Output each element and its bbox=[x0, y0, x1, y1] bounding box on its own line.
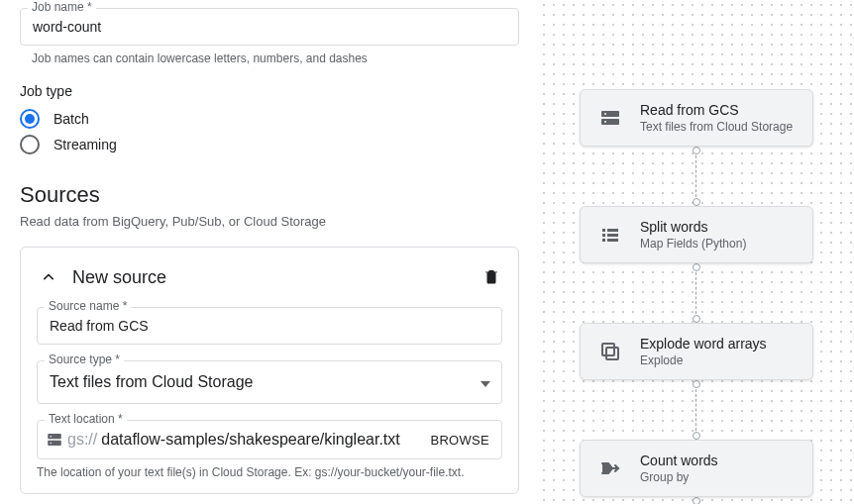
browse-button[interactable]: BROWSE bbox=[426, 429, 493, 452]
text-location-label: Text location * bbox=[45, 412, 127, 426]
list-icon bbox=[594, 219, 626, 251]
pipeline-container: Read from GCS Text files from Cloud Stor… bbox=[539, 10, 854, 504]
card-header: New source bbox=[37, 265, 502, 289]
radio-streaming-circle bbox=[20, 135, 40, 154]
svg-rect-8 bbox=[602, 229, 605, 232]
chevron-up-icon bbox=[39, 267, 58, 287]
gs-prefix: gs:// bbox=[67, 431, 97, 449]
job-type-label: Job type bbox=[20, 83, 519, 99]
merge-icon bbox=[594, 453, 626, 484]
form-panel: Job name * Job names can contain lowerca… bbox=[0, 0, 539, 504]
node-title: Explode word arrays bbox=[640, 336, 799, 352]
job-name-field: Job name * bbox=[20, 8, 519, 46]
collapse-toggle[interactable] bbox=[37, 265, 60, 289]
node-subtitle: Explode bbox=[640, 353, 799, 367]
svg-point-3 bbox=[51, 443, 53, 445]
text-location-field: Text location * gs:// BROWSE bbox=[37, 420, 502, 459]
pipeline-node-split-words[interactable]: Split words Map Fields (Python) bbox=[580, 206, 813, 263]
copy-icon bbox=[594, 336, 626, 367]
svg-rect-10 bbox=[602, 234, 605, 237]
svg-rect-0 bbox=[48, 434, 61, 439]
svg-point-7 bbox=[604, 121, 606, 123]
text-location-container: gs:// BROWSE bbox=[37, 420, 502, 459]
svg-rect-1 bbox=[48, 441, 61, 446]
svg-rect-9 bbox=[607, 229, 618, 232]
storage-icon bbox=[46, 431, 63, 449]
radio-streaming[interactable]: Streaming bbox=[20, 135, 519, 154]
trash-icon bbox=[482, 267, 500, 285]
text-location-helper: The location of your text file(s) in Clo… bbox=[37, 465, 502, 479]
source-type-field: Source type * Text files from Cloud Stor… bbox=[37, 360, 502, 404]
card-title: New source bbox=[72, 267, 482, 288]
source-type-label: Source type * bbox=[45, 353, 124, 366]
svg-rect-12 bbox=[602, 239, 605, 242]
radio-batch-circle bbox=[20, 109, 40, 129]
source-name-field: Source name * bbox=[37, 307, 502, 345]
svg-point-6 bbox=[604, 113, 606, 115]
connector bbox=[695, 380, 697, 440]
job-name-label: Job name * bbox=[28, 0, 96, 14]
svg-rect-11 bbox=[607, 234, 618, 237]
pipeline-node-read-gcs[interactable]: Read from GCS Text files from Cloud Stor… bbox=[580, 89, 813, 147]
connector bbox=[695, 147, 697, 206]
node-title: Count words bbox=[640, 453, 799, 468]
sources-heading: Sources bbox=[20, 182, 519, 208]
svg-rect-14 bbox=[602, 344, 614, 355]
connector bbox=[695, 497, 697, 504]
storage-icon bbox=[594, 102, 626, 134]
connector bbox=[695, 263, 697, 323]
svg-point-2 bbox=[51, 436, 53, 438]
radio-batch-label: Batch bbox=[53, 111, 89, 127]
node-subtitle: Map Fields (Python) bbox=[640, 237, 799, 251]
svg-rect-4 bbox=[601, 111, 619, 117]
svg-rect-13 bbox=[607, 239, 618, 242]
node-subtitle: Text files from Cloud Storage bbox=[640, 120, 799, 134]
node-text: Read from GCS Text files from Cloud Stor… bbox=[640, 102, 799, 134]
sources-subtitle: Read data from BigQuery, Pub/Sub, or Clo… bbox=[20, 214, 519, 229]
dropdown-caret-icon bbox=[480, 374, 490, 390]
delete-source-button[interactable] bbox=[482, 267, 502, 287]
node-title: Read from GCS bbox=[640, 102, 799, 118]
source-name-label: Source name * bbox=[45, 299, 131, 313]
source-type-value: Text files from Cloud Storage bbox=[50, 373, 253, 391]
text-location-input[interactable] bbox=[101, 431, 426, 449]
pipeline-node-count-words[interactable]: Count words Group by bbox=[580, 440, 813, 497]
new-source-card: New source Source name * Source type * T… bbox=[20, 247, 519, 494]
node-text: Split words Map Fields (Python) bbox=[640, 219, 799, 251]
job-name-helper: Job names can contain lowercase letters,… bbox=[32, 51, 519, 65]
radio-streaming-label: Streaming bbox=[53, 137, 117, 152]
radio-batch[interactable]: Batch bbox=[20, 109, 519, 129]
node-text: Explode word arrays Explode bbox=[640, 336, 799, 367]
node-subtitle: Group by bbox=[640, 470, 799, 484]
node-title: Split words bbox=[640, 219, 799, 235]
node-text: Count words Group by bbox=[640, 453, 799, 484]
pipeline-node-explode[interactable]: Explode word arrays Explode bbox=[580, 323, 813, 380]
source-type-select[interactable]: Text files from Cloud Storage bbox=[37, 360, 502, 404]
svg-rect-5 bbox=[601, 119, 619, 125]
pipeline-canvas[interactable]: Read from GCS Text files from Cloud Stor… bbox=[539, 0, 854, 504]
svg-rect-15 bbox=[606, 348, 618, 359]
